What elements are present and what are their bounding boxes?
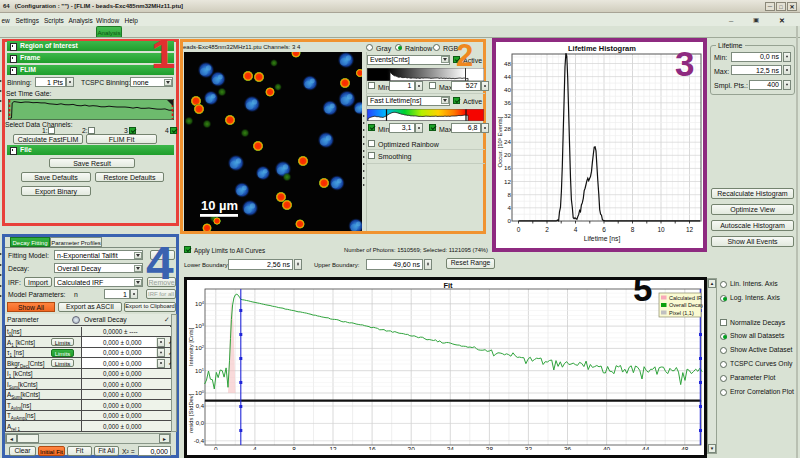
svg-text:6: 6 [602,226,606,233]
svg-text:0,4: 0,4 [196,403,205,409]
svg-text:resids [StdDev]: resids [StdDev] [188,393,194,433]
svg-text:8: 8 [631,226,635,233]
svg-text:28: 28 [504,125,511,132]
svg-text:24: 24 [504,138,511,145]
svg-text:20: 20 [408,446,416,451]
svg-text:0: 0 [508,217,512,224]
svg-text:0: 0 [214,446,218,451]
svg-text:28: 28 [486,446,494,451]
svg-text:8: 8 [508,191,512,198]
svg-text:4: 4 [508,204,512,211]
svg-text:Lifetime [ns]: Lifetime [ns] [584,235,621,243]
svg-text:32: 32 [504,112,511,119]
svg-text:Overall Decay: Overall Decay [669,302,703,308]
svg-text:2: 2 [545,226,549,233]
svg-text:Lifetime Histogram: Lifetime Histogram [568,44,636,53]
svg-text:0: 0 [517,226,521,233]
svg-text:Intensity [Cnts]: Intensity [Cnts] [188,327,194,366]
svg-text:0,0: 0,0 [196,420,205,426]
svg-text:36: 36 [564,446,572,451]
svg-text:4: 4 [253,446,257,451]
svg-text:8: 8 [292,446,296,451]
svg-text:Calculated IR: Calculated IR [669,295,702,301]
svg-text:24: 24 [447,446,455,451]
svg-text:44: 44 [504,73,511,80]
svg-text:12: 12 [329,446,337,451]
svg-text:20: 20 [504,151,511,158]
svg-text:40: 40 [603,446,611,451]
svg-text:44: 44 [642,446,650,451]
svg-text:16: 16 [368,446,376,451]
svg-text:12: 12 [504,178,511,185]
svg-text:48: 48 [681,446,689,451]
svg-text:Occur. [10³ Events]: Occur. [10³ Events] [497,116,503,167]
svg-text:16: 16 [504,164,511,171]
svg-text:-0,4: -0,4 [194,438,205,444]
svg-text:12: 12 [686,226,694,233]
svg-text:10: 10 [657,226,665,233]
svg-text:40: 40 [504,86,511,93]
svg-text:32: 32 [525,446,533,451]
svg-text:36: 36 [504,99,511,106]
svg-text:4: 4 [574,226,578,233]
svg-text:Pixel (1,1): Pixel (1,1) [669,310,694,316]
svg-text:10 µm: 10 µm [201,198,238,213]
svg-text:48: 48 [504,60,511,67]
